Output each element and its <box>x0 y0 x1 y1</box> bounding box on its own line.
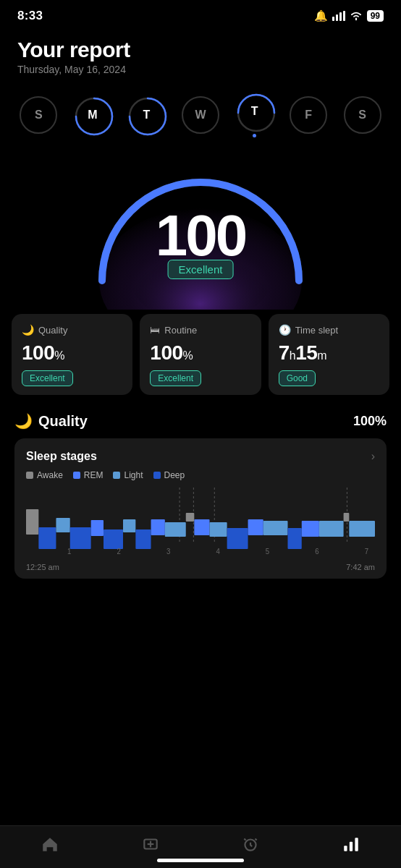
day-item-sat[interactable]: S <box>344 96 381 134</box>
day-selector: S M T W <box>0 81 401 143</box>
quality-card-header: 🌙 Quality <box>22 324 122 336</box>
awake-dot <box>26 472 33 479</box>
nav-vitals[interactable] <box>141 835 160 854</box>
day-item-sun[interactable]: S <box>20 96 57 134</box>
vitals-icon <box>141 835 160 854</box>
day-item-thu[interactable]: T <box>236 93 274 137</box>
score-gauge-container: 100 Excellent <box>0 143 401 302</box>
quality-card-label: Quality <box>38 325 67 336</box>
nav-home[interactable] <box>41 835 59 854</box>
day-arc-thu <box>236 93 277 133</box>
day-circle-sun: S <box>20 96 57 134</box>
sleep-stages-card[interactable]: Sleep stages › Awake REM Light Deep <box>14 438 387 579</box>
day-arc-mon <box>74 96 114 137</box>
quality-badge: Excellent <box>22 370 73 386</box>
clock-icon: 🕐 <box>279 324 291 336</box>
svg-rect-3 <box>343 11 345 21</box>
day-circle-sat: S <box>344 96 381 134</box>
day-dot-thu <box>253 134 256 137</box>
page-title: Your report <box>17 38 384 62</box>
sleep-chart-svg: 1 2 3 4 5 6 7 <box>26 488 375 560</box>
day-circle-wed: W <box>182 96 219 134</box>
day-circle-mon: M <box>74 96 111 134</box>
chart-icon <box>342 835 360 854</box>
day-item-wed[interactable]: W <box>182 96 219 134</box>
light-label: Light <box>124 470 143 480</box>
svg-text:6: 6 <box>315 548 319 556</box>
svg-rect-0 <box>332 17 334 21</box>
routine-number: 100 <box>150 341 182 364</box>
time-minutes: 15 <box>295 341 317 364</box>
deep-dot <box>153 472 161 479</box>
quality-card[interactable]: 🌙 Quality 100% Excellent <box>12 314 132 395</box>
status-time: 8:33 <box>17 9 43 23</box>
wifi-icon <box>350 11 363 21</box>
day-item-fri[interactable]: F <box>290 96 327 134</box>
time-end: 7:42 am <box>346 563 375 571</box>
status-bar: 8:33 🔔 99 <box>0 0 401 29</box>
sleep-legend: Awake REM Light Deep <box>26 470 375 480</box>
svg-rect-45 <box>344 846 347 851</box>
legend-rem: REM <box>73 470 104 480</box>
svg-rect-31 <box>319 521 344 537</box>
svg-rect-20 <box>135 529 151 549</box>
rem-dot <box>73 472 80 479</box>
time-slept-label: Time slept <box>295 325 338 336</box>
legend-light: Light <box>113 470 143 480</box>
svg-rect-29 <box>288 528 302 549</box>
svg-rect-16 <box>70 527 91 549</box>
day-arc-tue <box>127 96 168 137</box>
time-slept-card[interactable]: 🕐 Time slept 7h15m Good <box>269 314 389 395</box>
svg-text:5: 5 <box>266 548 270 556</box>
svg-rect-1 <box>336 14 338 21</box>
awake-label: Awake <box>37 470 63 480</box>
day-circle-tue: T <box>127 96 165 134</box>
rem-label: REM <box>84 470 104 480</box>
svg-rect-26 <box>227 528 248 549</box>
svg-text:4: 4 <box>216 548 220 556</box>
svg-rect-24 <box>194 519 209 535</box>
legend-awake: Awake <box>26 470 63 480</box>
routine-icon: 🛏 <box>150 324 160 336</box>
quality-value: 100% <box>22 341 122 365</box>
time-slept-header: 🕐 Time slept <box>279 324 379 336</box>
svg-rect-13 <box>26 509 38 535</box>
svg-rect-32 <box>344 513 350 522</box>
routine-card-label: Routine <box>164 325 197 336</box>
day-circle-fri: F <box>290 96 327 134</box>
routine-card-header: 🛏 Routine <box>150 324 250 336</box>
time-labels: 12:25 am 7:42 am <box>26 560 375 571</box>
chevron-right-icon[interactable]: › <box>371 450 375 463</box>
quality-title-text: Quality <box>38 413 88 430</box>
svg-rect-25 <box>210 522 227 537</box>
routine-card[interactable]: 🛏 Routine 100% Excellent <box>140 314 261 395</box>
quality-unit: % <box>54 349 64 362</box>
time-start: 12:25 am <box>26 563 59 571</box>
svg-rect-18 <box>104 529 123 549</box>
status-icons: 🔔 99 <box>314 9 384 22</box>
quality-number: 100 <box>22 341 54 364</box>
svg-rect-14 <box>38 527 56 549</box>
svg-rect-22 <box>165 522 186 537</box>
routine-value: 100% <box>150 341 250 365</box>
nav-alarm[interactable] <box>241 835 260 854</box>
sleep-stages-header: Sleep stages › <box>26 450 375 463</box>
gauge-score: 100 <box>156 207 245 265</box>
home-icon <box>41 835 59 854</box>
nav-report[interactable] <box>342 835 360 854</box>
deep-label: Deep <box>164 470 185 480</box>
day-item-mon[interactable]: M <box>74 96 111 134</box>
svg-rect-46 <box>350 842 353 851</box>
gauge-label: Excellent <box>168 260 234 279</box>
svg-text:7: 7 <box>365 548 368 556</box>
svg-text:3: 3 <box>166 548 171 556</box>
light-dot <box>113 472 120 479</box>
svg-rect-17 <box>91 520 104 536</box>
day-item-tue[interactable]: T <box>127 96 165 134</box>
alarm-icon <box>241 835 260 854</box>
svg-text:2: 2 <box>117 548 121 556</box>
signal-icon <box>332 11 345 21</box>
quality-moon-icon: 🌙 <box>22 324 34 336</box>
svg-rect-33 <box>349 521 375 537</box>
svg-rect-2 <box>339 12 342 21</box>
